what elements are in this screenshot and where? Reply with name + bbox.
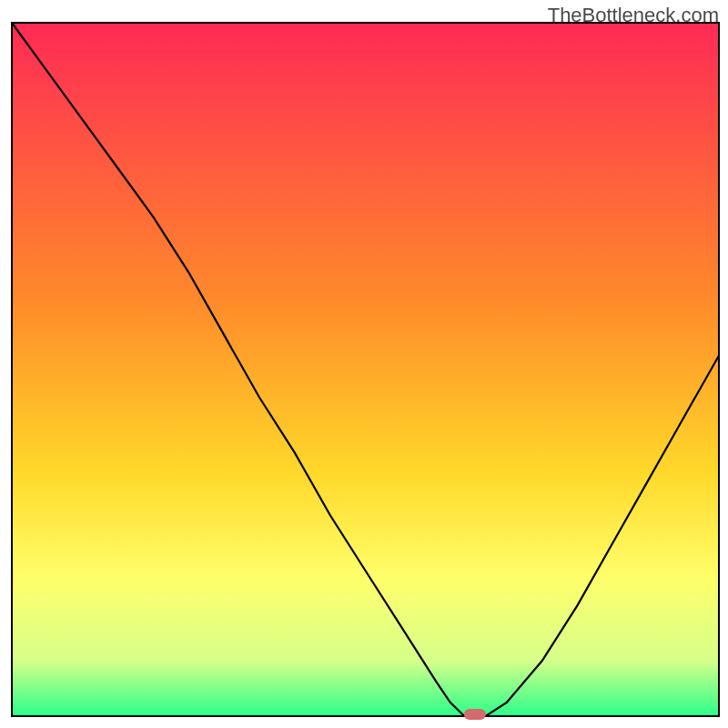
bottleneck-chart: TheBottleneck.com (0, 0, 728, 728)
chart-svg (0, 0, 728, 728)
gradient-background (12, 23, 719, 716)
watermark-label: TheBottleneck.com (548, 4, 719, 27)
minimum-marker (464, 709, 486, 720)
